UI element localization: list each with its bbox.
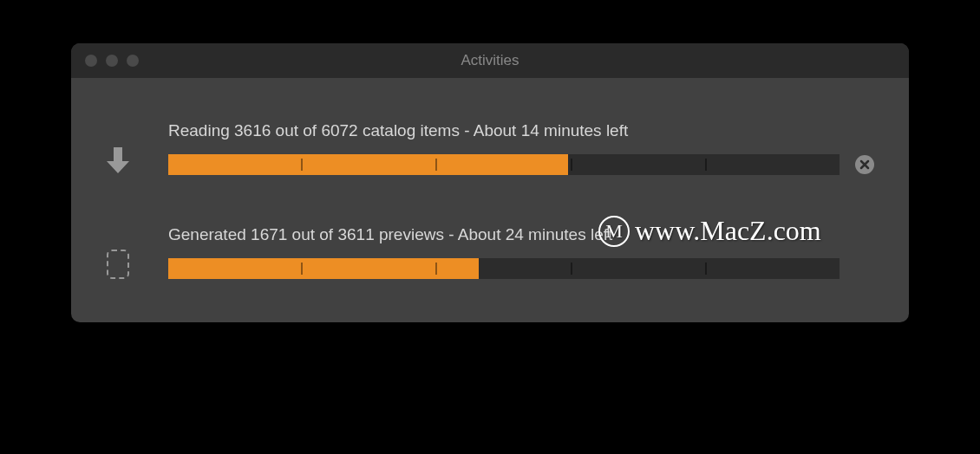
- close-icon: [859, 159, 870, 170]
- close-window-button[interactable]: [85, 55, 97, 67]
- activity-body: Reading 3616 out of 6072 catalog items -…: [144, 121, 874, 175]
- progress-container: [168, 258, 874, 279]
- progress-ticks: [168, 154, 840, 175]
- window-title: Activities: [71, 52, 909, 69]
- activity-row: Reading 3616 out of 6072 catalog items -…: [92, 121, 874, 175]
- progress-bar: [168, 154, 840, 175]
- progress-ticks: [168, 258, 840, 279]
- maximize-window-button[interactable]: [127, 55, 139, 67]
- progress-bar: [168, 258, 840, 279]
- traffic-lights: [71, 55, 139, 67]
- cancel-activity-button[interactable]: [855, 155, 874, 174]
- activity-body: Generated 1671 out of 3611 previews - Ab…: [144, 225, 874, 279]
- progress-container: [168, 154, 874, 175]
- titlebar[interactable]: Activities: [71, 43, 909, 78]
- activity-label: Reading 3616 out of 6072 catalog items -…: [168, 121, 874, 140]
- activities-window: Activities Reading 3616 out of 6072 cata…: [71, 43, 909, 322]
- download-arrow-icon: [92, 121, 144, 175]
- activities-content: Reading 3616 out of 6072 catalog items -…: [71, 78, 909, 322]
- activity-label: Generated 1671 out of 3611 previews - Ab…: [168, 225, 874, 244]
- dashed-rect-icon: [92, 225, 144, 279]
- activity-row: Generated 1671 out of 3611 previews - Ab…: [92, 225, 874, 279]
- minimize-window-button[interactable]: [106, 55, 118, 67]
